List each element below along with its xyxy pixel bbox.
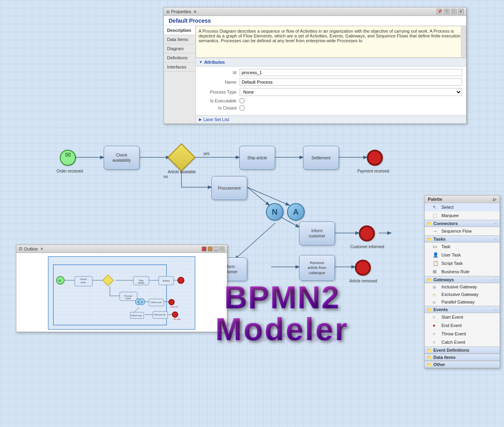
is-closed-row: Is Closed xyxy=(200,106,462,110)
svg-point-54 xyxy=(172,312,178,317)
is-closed-checkbox[interactable] xyxy=(240,106,244,110)
palette-throw-event[interactable]: ○ Throw Event xyxy=(425,330,500,338)
attributes-section-label: Attributes xyxy=(204,60,225,65)
tasks-expand-btn[interactable]: ↔ xyxy=(494,237,497,241)
procurement-task[interactable]: Procurement xyxy=(211,176,247,200)
outline-red-btn[interactable] xyxy=(202,247,207,251)
article-removed-label: Article removed xyxy=(341,279,385,283)
lane-set-arrow: ▶ xyxy=(199,118,202,121)
throw-event-palette-label: Throw Event xyxy=(441,331,466,336)
settlement-label: Settlement xyxy=(311,155,331,161)
is-closed-label: Is Closed xyxy=(200,106,240,110)
palette-exclusive-gateway[interactable]: ◇ Exclusive Gateway xyxy=(425,291,500,298)
payment-end-event[interactable] xyxy=(367,150,383,166)
check-availability-task[interactable]: Check availability xyxy=(104,146,140,170)
ship-article-task[interactable]: Ship article xyxy=(239,146,275,170)
outline-title-label: Outline xyxy=(24,247,38,251)
exclusive-gw-icon: ◇ xyxy=(433,292,439,297)
properties-title-left: ⊞ Properties ✕ xyxy=(166,9,197,14)
palette-section-other[interactable]: 📁 Other xyxy=(425,361,500,368)
inform-customer-1-label: Informcustomer xyxy=(309,228,325,239)
lane-set-section[interactable]: ▶ Lane Set List xyxy=(196,115,466,123)
is-executable-checkbox[interactable] xyxy=(240,98,244,103)
svg-text:Check: Check xyxy=(80,278,87,280)
inclusive-gw1[interactable]: N xyxy=(266,203,284,221)
palette-marquee-item[interactable]: ⬚ Marquee xyxy=(425,212,500,220)
start-event-palette-icon: ○ xyxy=(433,314,439,320)
palette-script-task[interactable]: 📋 Script Task xyxy=(425,259,500,268)
tab-interfaces[interactable]: Interfaces xyxy=(164,63,195,72)
properties-min-btn[interactable]: ▽ xyxy=(444,9,449,14)
events-expand-btn[interactable]: ↔ xyxy=(494,308,497,311)
properties-close-icon[interactable]: ✕ xyxy=(193,10,197,14)
inclusive-gw2[interactable]: A xyxy=(287,203,305,221)
event-defs-icon: 📁 xyxy=(427,348,432,353)
palette-section-event-defs[interactable]: 📁 Event Definitions xyxy=(425,347,500,354)
start-event-node[interactable]: ✉ xyxy=(60,150,76,166)
article-gateway[interactable] xyxy=(171,147,191,167)
description-scrollbar[interactable] xyxy=(461,26,466,57)
no-label: no xyxy=(163,174,168,179)
palette-header: Palette ▷ xyxy=(425,196,500,203)
description-textarea[interactable]: A Process Diagram describes a sequence o… xyxy=(199,29,463,55)
name-input[interactable] xyxy=(240,78,462,86)
palette-start-event[interactable]: ○ Start Event xyxy=(425,313,500,321)
outline-panel: ⊡ Outline ✕ _ □ xyxy=(16,245,227,332)
palette-section-tasks[interactable]: 📁 Tasks ↔ xyxy=(425,235,500,243)
attributes-section-header: ▼ Attributes xyxy=(196,58,466,67)
svg-text:Cust. inf.: Cust. inf. xyxy=(170,306,178,308)
palette-section-events[interactable]: 📁 Events ↔ xyxy=(425,306,500,313)
palette-end-event[interactable]: ● End Event xyxy=(425,321,500,330)
palette-section-data-items[interactable]: 📁 Data Items xyxy=(425,354,500,361)
palette-user-task[interactable]: 👤 User Task xyxy=(425,251,500,259)
outline-min-btn[interactable]: _ xyxy=(214,247,219,251)
palette-business-rule[interactable]: ⊞ Business Rule xyxy=(425,268,500,276)
customer-end-shape xyxy=(359,225,375,241)
remove-article-task[interactable]: Remove article from calatogue xyxy=(299,255,335,281)
svg-text:Inform cust.: Inform cust. xyxy=(151,301,162,304)
select-cursor-icon: ↖ xyxy=(433,204,439,210)
properties-icon: ⊞ xyxy=(166,10,169,14)
svg-text:Inform cust.: Inform cust. xyxy=(131,314,142,317)
gateways-expand-btn[interactable]: ↔ xyxy=(494,278,497,282)
connectors-expand-btn[interactable]: ↔ xyxy=(494,221,497,225)
start-event-shape: ✉ xyxy=(60,150,76,166)
palette-select-item[interactable]: ↖ Select xyxy=(425,203,500,212)
properties-pin-btn[interactable]: 📌 xyxy=(437,9,442,14)
tab-diagram[interactable]: Diagram xyxy=(164,44,195,53)
palette-parallel-gateway[interactable]: ◇ Parallel Gateway xyxy=(425,298,500,306)
svg-text:✉: ✉ xyxy=(58,279,61,283)
palette-inclusive-gateway[interactable]: ◎ Inclusive Gateway xyxy=(425,283,500,291)
id-input[interactable] xyxy=(240,69,462,76)
properties-heading: Default Process xyxy=(169,18,211,24)
outline-orange-btn[interactable] xyxy=(208,247,213,251)
inform-customer-1-task[interactable]: Informcustomer xyxy=(299,221,335,245)
properties-titlebar: ⊞ Properties ✕ 📌 ▽ □ ✕ xyxy=(164,8,466,16)
outline-max-btn[interactable]: □ xyxy=(220,247,224,251)
customer-informed-end[interactable] xyxy=(359,225,375,241)
palette-section-gateways[interactable]: 📁 Gateways ↔ xyxy=(425,276,500,283)
palette-expand-icon[interactable]: ▷ xyxy=(493,197,496,202)
palette-section-connectors[interactable]: 📁 Connectors ↔ xyxy=(425,220,500,227)
process-type-select[interactable]: None xyxy=(240,88,462,96)
properties-title-right: 📌 ▽ □ ✕ xyxy=(437,9,464,14)
tab-description[interactable]: Description xyxy=(164,26,195,35)
properties-max-btn[interactable]: □ xyxy=(451,9,457,14)
tab-definitions[interactable]: Definitions xyxy=(164,53,195,63)
tab-data-items[interactable]: Data Items xyxy=(164,35,195,44)
properties-x-btn[interactable]: ✕ xyxy=(458,9,464,14)
business-rule-label: Business Rule xyxy=(441,269,469,274)
palette-task[interactable]: ▭ Task xyxy=(425,243,500,251)
palette-sequence-flow[interactable]: → Sequence Flow xyxy=(425,227,500,235)
description-box: A Process Diagram describes a sequence o… xyxy=(196,26,466,58)
script-task-icon: 📋 xyxy=(433,261,439,266)
other-icon: 📁 xyxy=(427,362,432,367)
article-removed-end[interactable] xyxy=(355,260,371,276)
outline-mini-preview[interactable]: ✉ Check avail. Ship article Settlmt Pr xyxy=(48,256,195,330)
palette-catch-event[interactable]: ○ Catch Event xyxy=(425,338,500,347)
outline-close-icon[interactable]: ✕ xyxy=(40,247,43,251)
palette-title: Palette xyxy=(428,197,442,202)
attributes-collapse-arrow[interactable]: ▼ xyxy=(199,60,203,64)
svg-text:article: article xyxy=(138,282,144,284)
settlement-task[interactable]: Settlement xyxy=(303,146,339,170)
